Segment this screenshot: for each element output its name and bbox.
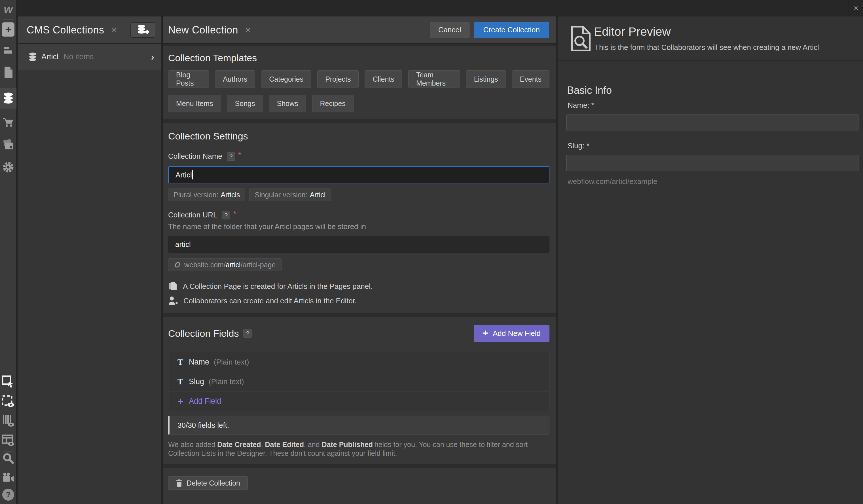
preview-name-label: Name: * (567, 101, 594, 110)
cms-panel-header: CMS Collections × (18, 16, 161, 44)
database-plus-icon (137, 24, 149, 36)
template-songs[interactable]: Songs (227, 95, 263, 112)
template-categories[interactable]: Categories (261, 70, 311, 88)
webflow-designer-window: × w + (0, 0, 863, 504)
help-badge-icon[interactable]: ? (227, 152, 235, 161)
search-icon (2, 452, 14, 465)
fields-heading-row: Collection Fields ? + Add New Field (168, 325, 549, 342)
collection-url-label: Collection URL (168, 211, 217, 219)
template-blog-posts[interactable]: Blog Posts (168, 70, 209, 88)
ecommerce-tool[interactable] (0, 117, 16, 128)
collection-url-value: articl (175, 240, 191, 249)
help-badge-icon[interactable]: ? (222, 211, 230, 219)
collection-url-label-row: Collection URL ? * (168, 211, 549, 219)
add-field-label: Add Field (189, 397, 221, 406)
collection-page-icon (168, 281, 177, 291)
field-type: (Plain text) (209, 377, 244, 386)
trash-icon (176, 479, 183, 487)
template-authors[interactable]: Authors (215, 70, 255, 88)
field-row-name[interactable]: T Name (Plain text) (168, 352, 549, 372)
template-projects[interactable]: Projects (317, 70, 359, 88)
collection-name-value: Articl (175, 171, 192, 179)
assets-tool[interactable] (0, 139, 16, 151)
field-type: (Plain text) (214, 358, 249, 366)
singular-label: Singular version: (254, 191, 307, 199)
collection-url-input[interactable]: articl (168, 236, 549, 253)
editor-preview-subtitle: This is the form that Collaborators will… (595, 43, 819, 52)
pages-note-row: A Collection Page is created for Articls… (168, 281, 549, 291)
template-shows[interactable]: Shows (269, 95, 306, 112)
help-badge-icon[interactable]: ? (243, 329, 252, 338)
collection-list-item[interactable]: Articl No items › (18, 44, 161, 70)
cms-panel-close-button[interactable]: × (112, 25, 117, 35)
preview-slug-input[interactable] (566, 155, 859, 171)
template-recipes[interactable]: Recipes (312, 95, 353, 112)
pages-tool[interactable] (0, 66, 16, 79)
add-field-row[interactable]: + Add Field (168, 391, 549, 411)
webflow-logo[interactable]: w (0, 3, 16, 15)
plain-text-field-icon: T (177, 357, 189, 367)
auto-fields-note: We also added Date Created, Date Edited,… (168, 440, 549, 458)
add-elements-tool[interactable]: + (0, 22, 16, 37)
collection-url-helper: The name of the folder that your Articl … (168, 222, 549, 231)
collection-item-status: No items (63, 52, 94, 61)
plural-value: Articls (221, 191, 240, 199)
navigator-tool[interactable] (0, 45, 16, 55)
note-text: , (261, 441, 265, 449)
editor-preview-icon (570, 26, 592, 52)
designer-toolbar: w + (0, 0, 16, 504)
search-tool[interactable] (0, 452, 16, 465)
add-collection-button[interactable] (130, 22, 155, 38)
new-collection-close-button[interactable]: × (246, 25, 251, 35)
delete-collection-label: Delete Collection (187, 479, 240, 487)
delete-collection-button[interactable]: Delete Collection (168, 476, 248, 490)
template-events[interactable]: Events (512, 70, 549, 88)
delete-collection-section: Delete Collection (163, 468, 556, 504)
field-row-slug[interactable]: T Slug (Plain text) (168, 372, 549, 391)
template-listings[interactable]: Listings (466, 70, 506, 88)
url-preview-text: website.com/articl/articl-page (184, 261, 276, 269)
preview-name-input[interactable] (566, 114, 859, 131)
collaborators-note-text: Collaborators can create and edit Articl… (184, 297, 357, 305)
layout-preview-tool[interactable] (0, 434, 16, 447)
help-tool[interactable]: ? (0, 489, 16, 501)
add-elements-icon: + (2, 22, 14, 37)
url-bold-segment: articl (226, 261, 241, 269)
fields-limit-text: 30/30 fields left. (177, 421, 229, 430)
template-menu-items[interactable]: Menu Items (168, 95, 221, 112)
template-clients[interactable]: Clients (365, 70, 402, 88)
create-collection-button[interactable]: Create Collection (474, 22, 549, 38)
cms-collections-panel: CMS Collections × Articl No items › (18, 16, 161, 504)
add-new-field-button[interactable]: + Add New Field (474, 325, 549, 342)
help-icon: ? (2, 489, 14, 501)
required-asterisk: * (233, 210, 236, 218)
add-new-field-label: Add New Field (493, 329, 541, 338)
close-icon: × (854, 3, 859, 13)
cursor-select-icon (2, 375, 15, 388)
pages-note-text: A Collection Page is created for Articls… (183, 282, 373, 291)
note-text: , and (304, 441, 322, 449)
collection-item-name: Articl (41, 52, 59, 61)
top-bar: × (0, 0, 863, 16)
settings-tool[interactable] (0, 161, 16, 174)
select-tool[interactable] (0, 375, 16, 388)
editor-preview-title: Editor Preview (594, 25, 671, 39)
cms-collections-tool[interactable] (0, 92, 16, 104)
preview-mode-tool[interactable] (0, 395, 16, 408)
note-date-edited: Date Edited (265, 441, 304, 449)
plain-text-field-icon: T (177, 377, 189, 386)
close-panel-button[interactable]: × (849, 0, 863, 16)
fields-heading: Collection Fields (168, 328, 239, 339)
collection-name-input[interactable]: Articl (168, 166, 549, 184)
video-tutorials-tool[interactable] (0, 472, 16, 483)
url-preview-chip: website.com/articl/articl-page (168, 258, 282, 271)
template-team-members[interactable]: Team Members (408, 70, 460, 88)
collection-settings-section: Collection Settings Collection Name ? * … (163, 123, 556, 313)
collection-fields-section: Collection Fields ? + Add New Field T Na… (163, 317, 556, 464)
note-text: We also added (168, 441, 217, 449)
url-suffix: /articl-page (241, 261, 276, 269)
guides-overlay-tool[interactable] (0, 414, 16, 427)
toolbar-divider (3, 40, 13, 40)
cancel-button[interactable]: Cancel (430, 22, 470, 38)
toolbar-divider (3, 19, 13, 20)
